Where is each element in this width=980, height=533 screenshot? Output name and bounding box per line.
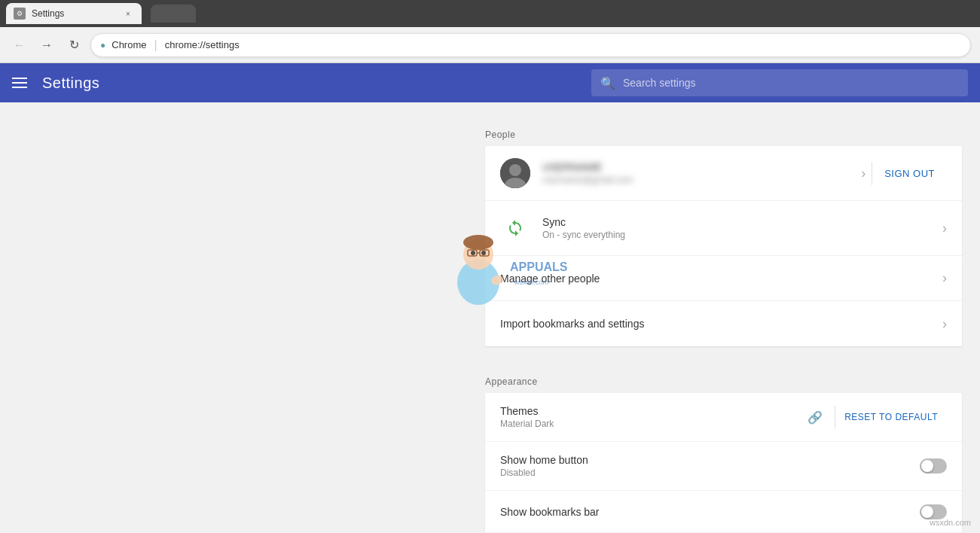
show-bookmarks-info: Show bookmarks bar <box>500 506 920 518</box>
user-profile-row[interactable]: USERNAME username@gmail.com › SIGN OUT <box>485 146 962 201</box>
manage-people-chevron-icon: › <box>942 270 947 286</box>
people-section-label: People <box>485 117 962 146</box>
inactive-tab[interactable] <box>151 5 196 23</box>
page-content: Settings 🔍 People <box>0 63 980 533</box>
svg-point-1 <box>509 164 521 176</box>
import-label: Import bookmarks and settings <box>500 318 936 330</box>
search-input[interactable] <box>623 77 959 89</box>
themes-label: Themes <box>500 405 808 417</box>
show-bookmarks-toggle[interactable] <box>920 504 947 519</box>
settings-main: People USERNAME user <box>0 102 980 533</box>
import-row[interactable]: Import bookmarks and settings › <box>485 301 962 346</box>
settings-left-spacer <box>0 102 467 533</box>
user-info: USERNAME username@gmail.com <box>542 161 855 185</box>
show-home-button-row: Show home button Disabled <box>485 442 962 491</box>
manage-people-info: Manage other people <box>500 273 936 285</box>
sync-subtitle: On - sync everything <box>542 230 936 240</box>
search-bar[interactable]: 🔍 <box>591 69 968 96</box>
browser-toolbar: ← → ↻ ● Chrome | chrome://settings <box>0 27 980 63</box>
wsxdn-watermark: wsxdn.com <box>930 518 971 527</box>
sync-info: Sync On - sync everything <box>542 216 936 240</box>
themes-info: Themes Material Dark <box>500 405 808 429</box>
address-brand: Chrome <box>111 39 146 50</box>
reset-to-default-button[interactable]: RESET TO DEFAULT <box>835 406 947 428</box>
show-bookmarks-row: Show bookmarks bar <box>485 491 962 533</box>
tab-title: Settings <box>32 8 64 19</box>
tab-favicon: ⚙ <box>14 8 26 20</box>
themes-subtitle: Material Dark <box>500 419 808 429</box>
sync-row[interactable]: Sync On - sync everything › <box>485 201 962 256</box>
user-name: USERNAME <box>542 161 855 173</box>
browser-frame: ⚙ Settings × ← → ↻ ● Chrome | chrome://s… <box>0 0 980 533</box>
user-chevron-icon: › <box>861 166 866 181</box>
address-bar[interactable]: ● Chrome | chrome://settings <box>90 33 971 57</box>
settings-content: People USERNAME user <box>467 102 980 533</box>
forward-button[interactable]: → <box>36 35 57 56</box>
themes-row: Themes Material Dark 🔗 RESET TO DEFAULT <box>485 393 962 442</box>
show-home-label: Show home button <box>500 454 920 466</box>
search-icon: 🔍 <box>600 76 615 90</box>
menu-button[interactable] <box>12 78 27 88</box>
appearance-section-label: Appearance <box>485 364 962 393</box>
lock-icon: ● <box>100 40 105 50</box>
import-chevron-icon: › <box>942 316 947 332</box>
refresh-button[interactable]: ↻ <box>63 35 84 56</box>
active-tab[interactable]: ⚙ Settings × <box>6 3 142 24</box>
tab-close-button[interactable]: × <box>122 8 134 20</box>
user-avatar <box>500 158 530 188</box>
address-separator: | <box>154 38 157 52</box>
settings-page-title: Settings <box>42 75 99 92</box>
manage-people-row[interactable]: Manage other people › <box>485 256 962 301</box>
sign-out-button[interactable]: SIGN OUT <box>872 162 947 185</box>
sync-label: Sync <box>542 216 936 228</box>
show-home-subtitle: Disabled <box>500 468 920 478</box>
show-bookmarks-label: Show bookmarks bar <box>500 506 920 518</box>
external-link-icon[interactable]: 🔗 <box>808 410 823 425</box>
appearance-card: Themes Material Dark 🔗 RESET TO DEFAULT … <box>485 393 962 533</box>
show-home-info: Show home button Disabled <box>500 454 920 478</box>
sync-chevron-icon: › <box>942 221 947 236</box>
address-url: chrome://settings <box>165 39 240 50</box>
user-email: username@gmail.com <box>542 175 855 185</box>
import-info: Import bookmarks and settings <box>500 318 936 330</box>
sync-icon <box>500 213 530 243</box>
people-card: USERNAME username@gmail.com › SIGN OUT <box>485 146 962 346</box>
title-bar: ⚙ Settings × <box>0 0 980 27</box>
settings-header: Settings 🔍 <box>0 63 980 102</box>
manage-people-label: Manage other people <box>500 273 936 285</box>
back-button[interactable]: ← <box>9 35 30 56</box>
show-home-toggle[interactable] <box>920 458 947 474</box>
